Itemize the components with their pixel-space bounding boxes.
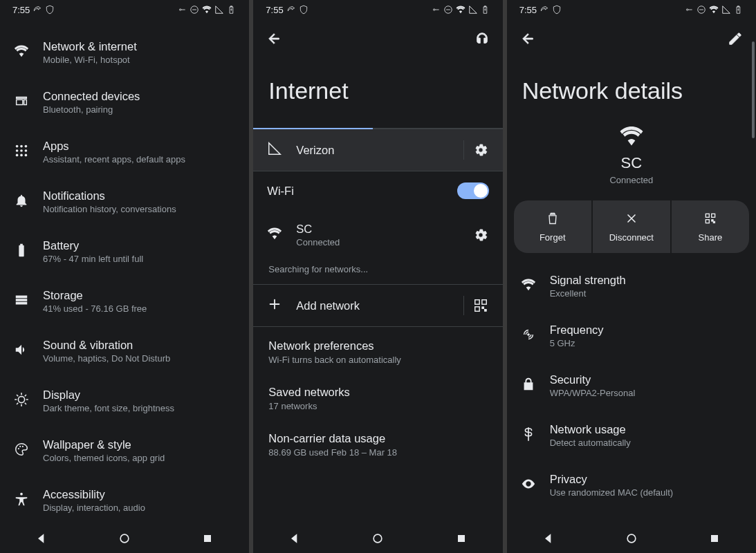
nav-recents-button[interactable] [708,532,721,545]
ssid: SC [621,154,643,172]
sound-icon [14,342,29,360]
add-network-label: Add network [296,299,463,312]
devices-icon [14,93,29,111]
settings-item-network[interactable]: Network & internet Mobile, Wi-Fi, hotspo… [0,28,249,77]
wifi-icon [709,5,719,15]
searching-text: Searching for networks... [253,260,502,284]
detail-security[interactable]: Security WPA/WPA2-Personal [507,361,756,411]
status-bar: 7:55 [253,0,502,19]
signal-icon [468,5,478,15]
dollar-icon [521,427,536,444]
network-summary: SC Connected [507,117,756,200]
disconnect-button[interactable]: Disconnect [593,200,670,253]
nav-bar [253,524,502,553]
page-title: Network details [507,58,756,117]
battery-icon [227,5,237,15]
detail-privacy[interactable]: Privacy Use randomized MAC (default) [507,460,756,502]
add-network-row[interactable]: Add network [253,284,502,327]
plus-icon [267,297,282,315]
eye-icon [521,476,536,494]
storage-icon [14,292,29,310]
status-time: 7:55 [266,5,283,15]
loading-progress [253,128,502,129]
network-details-screen: 7:55 Network details SC Connected Forget… [507,0,756,553]
nav-recents-button[interactable] [201,532,214,545]
forget-button[interactable]: Forget [514,200,591,253]
header-bar [507,19,756,58]
settings-list: Network & internet Mobile, Wi-Fi, hotspo… [0,28,249,524]
nav-home-button[interactable] [118,532,131,545]
ssid: SC [296,223,472,236]
connection-status: Connected [296,237,472,247]
network-preferences-row[interactable]: Network preferences Wi-Fi turns back on … [253,327,502,377]
wifi-icon [202,5,212,15]
nav-back-button[interactable] [542,532,555,545]
settings-item-sound[interactable]: Sound & vibration Volume, haptics, Do No… [0,326,249,376]
settings-item-display[interactable]: Display Dark theme, font size, brightnes… [0,376,249,426]
settings-item-connected[interactable]: Connected devices Bluetooth, pairing [0,77,249,127]
signal-icon [267,141,282,159]
back-button[interactable] [266,30,282,47]
share-icon [286,5,296,15]
settings-item-notifications[interactable]: Notifications Notification history, conv… [0,177,249,227]
share-button[interactable]: Share [672,200,749,253]
status-time: 7:55 [12,5,30,15]
network-settings-button[interactable] [472,227,489,243]
carrier-settings-button[interactable] [472,142,489,158]
nav-bar [507,524,756,553]
wifi-icon [619,124,644,151]
detail-usage[interactable]: Network usage Detect automatically [507,411,756,460]
settings-item-accessibility[interactable]: Accessibility Display, interaction, audi… [0,476,249,524]
settings-item-battery[interactable]: Battery 67% - 47 min left until full [0,227,249,276]
saved-networks-row[interactable]: Saved networks 17 networks [253,377,502,424]
battery-icon [734,5,744,15]
nav-back-button[interactable] [288,532,302,545]
nav-recents-button[interactable] [454,532,468,545]
settings-item-wallpaper[interactable]: Wallpaper & style Colors, themed icons, … [0,426,249,476]
edit-button[interactable] [727,30,744,47]
detail-signal[interactable]: Signal strength Excellent [507,261,756,311]
broadcast-icon [521,327,536,345]
wifi-icon [456,5,465,15]
qr-scan-button[interactable] [472,297,489,314]
trash-icon [546,212,560,228]
battery-icon [14,243,29,261]
display-icon [14,392,29,410]
carrier-name: Verizon [296,144,463,157]
status-bar: 7:55 [507,0,756,19]
scrollbar[interactable] [752,41,755,138]
settings-main-screen: 7:55 Network & internet Mobile, Wi-Fi, h… [0,0,249,553]
palette-icon [14,442,29,460]
key-icon [431,5,441,15]
back-button[interactable] [519,30,536,47]
connected-network-row[interactable]: SC Connected [253,210,502,260]
item-title: Network & internet [43,40,235,53]
connection-status: Connected [609,175,653,185]
shield-icon [299,5,308,15]
wifi-toggle-row[interactable]: Wi-Fi [253,171,502,210]
key-icon [684,5,694,15]
close-icon [625,212,638,228]
data-usage-row[interactable]: Non-carrier data usage 88.69 GB used Feb… [253,424,502,470]
settings-item-storage[interactable]: Storage 41% used - 76.16 GB free [0,276,249,326]
settings-item-apps[interactable]: Apps Assistant, recent apps, default app… [0,127,249,177]
wifi-toggle[interactable] [457,182,489,199]
headset-button[interactable] [474,30,490,47]
shield-icon [552,5,562,15]
network-list: Verizon Wi-Fi SC Connected Searching for… [253,129,502,524]
detail-frequency[interactable]: Frequency 5 GHz [507,311,756,361]
nav-home-button[interactable] [625,532,638,545]
dnd-icon [697,5,706,15]
wifi-icon [267,226,282,244]
nav-home-button[interactable] [371,532,385,545]
dnd-icon [190,5,199,15]
bell-icon [14,193,29,211]
details-list: Signal strength Excellent Frequency 5 GH… [507,261,756,524]
wifi-icon [14,44,29,62]
battery-icon [481,5,490,15]
nav-back-button[interactable] [35,532,48,545]
internet-screen: 7:55 Internet Verizon Wi-Fi [253,0,502,553]
apps-icon [14,143,29,161]
carrier-row[interactable]: Verizon [253,129,502,171]
signal-icon [214,5,224,15]
